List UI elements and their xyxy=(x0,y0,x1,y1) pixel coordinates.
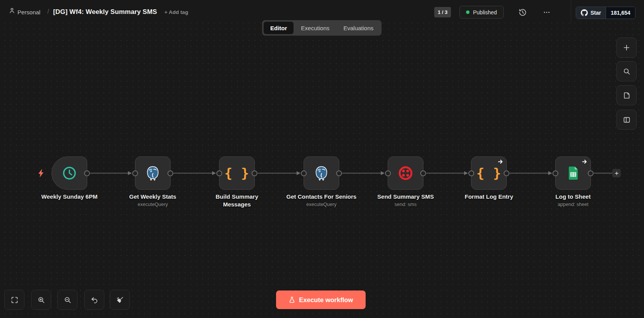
tab-executions[interactable]: Executions xyxy=(294,22,336,34)
github-star-button[interactable]: Star xyxy=(576,7,606,19)
connection-wire xyxy=(426,173,464,174)
output-port[interactable] xyxy=(252,170,257,176)
input-port[interactable] xyxy=(132,170,138,176)
input-port[interactable] xyxy=(552,170,558,176)
workflow-node-weekly-sunday-6pm[interactable]: { } xyxy=(52,156,87,190)
version-indicator: 1 / 3 xyxy=(434,7,451,17)
breadcrumb-project[interactable]: Personal xyxy=(17,9,40,15)
connection-arrowhead xyxy=(128,171,132,175)
output-port[interactable] xyxy=(84,170,90,176)
zoom-out-button[interactable] xyxy=(57,290,78,310)
user-icon xyxy=(9,7,16,14)
tab-editor[interactable]: Editor xyxy=(264,22,294,34)
connection-arrowhead xyxy=(464,171,468,175)
output-port[interactable] xyxy=(167,170,173,176)
execute-workflow-label: Execute workflow xyxy=(299,296,353,304)
add-node-button[interactable] xyxy=(616,38,637,58)
postgres-icon xyxy=(145,165,161,181)
node-arrow-icon xyxy=(497,159,503,165)
code-braces-icon: { } xyxy=(477,167,501,180)
workflow-node-log-to-sheet[interactable]: { } xyxy=(555,156,591,190)
node-label: Build Summary Messages xyxy=(212,193,262,209)
output-port[interactable] xyxy=(588,170,594,176)
github-star-widget[interactable]: Star 181,654 xyxy=(576,7,635,19)
connection-wire xyxy=(90,173,128,174)
tidy-up-button[interactable] xyxy=(110,290,130,310)
connection-wire xyxy=(258,173,297,174)
connection-arrowhead xyxy=(381,171,385,175)
node-subtitle: executeQuery xyxy=(275,202,368,207)
published-dot-icon xyxy=(466,10,470,14)
connection-wire xyxy=(510,173,548,174)
github-star-count[interactable]: 181,654 xyxy=(606,7,635,19)
workflow-node-get-weekly-stats[interactable]: { } xyxy=(135,156,171,190)
github-logo-icon xyxy=(581,9,588,16)
output-port[interactable] xyxy=(336,170,342,176)
node-label: Weekly Sunday 6PM xyxy=(23,193,116,201)
top-bar: Personal / [DG] Wf4: Weekly Summary SMS … xyxy=(0,0,644,21)
schedule-clock-icon xyxy=(61,165,78,181)
output-port[interactable] xyxy=(504,170,509,176)
connection-wire xyxy=(594,173,612,174)
node-label: Log to Sheet xyxy=(527,193,620,201)
google-sheets-icon xyxy=(565,165,581,181)
node-label: Get Contacts For Seniors xyxy=(275,193,368,201)
tab-evaluations[interactable]: Evaluations xyxy=(337,22,380,34)
zoom-to-fit-button[interactable] xyxy=(4,290,24,310)
toggle-panel-button[interactable] xyxy=(616,110,637,130)
code-braces-icon: { } xyxy=(224,167,249,180)
add-tag-button[interactable]: + Add tag xyxy=(164,9,188,15)
connection-wire xyxy=(174,173,212,174)
workflow-node-build-summary-messages[interactable]: { } xyxy=(219,156,255,190)
postgres-icon xyxy=(313,165,330,181)
zoom-in-button[interactable] xyxy=(31,290,51,310)
sticky-note-button[interactable] xyxy=(616,85,637,105)
header-divider xyxy=(571,0,571,24)
flask-icon xyxy=(288,296,295,303)
view-tabbar: Editor Executions Evaluations xyxy=(262,20,382,36)
undo-button[interactable] xyxy=(84,290,104,310)
node-subtitle: executeQuery xyxy=(106,202,199,207)
search-nodes-button[interactable] xyxy=(616,61,637,81)
node-subtitle: append: sheet xyxy=(527,202,620,207)
input-port[interactable] xyxy=(385,170,391,176)
version-history-icon[interactable] xyxy=(517,7,528,18)
connection-arrowhead xyxy=(548,171,552,175)
trigger-bolt-icon xyxy=(38,168,44,178)
published-status-button[interactable]: Published xyxy=(459,6,504,19)
input-port[interactable] xyxy=(468,170,474,176)
twilio-icon xyxy=(397,165,414,181)
github-star-label: Star xyxy=(590,10,601,16)
input-port[interactable] xyxy=(216,170,222,176)
workflow-node-send-summary-sms[interactable]: { } xyxy=(388,156,423,190)
breadcrumb-separator: / xyxy=(47,8,49,15)
input-port[interactable] xyxy=(301,170,307,176)
connection-arrowhead xyxy=(297,171,300,175)
node-label: Format Log Entry xyxy=(442,193,535,201)
published-label: Published xyxy=(473,9,497,15)
connection-arrowhead xyxy=(212,171,216,175)
node-label: Send Summary SMS xyxy=(359,193,452,201)
workflow-title[interactable]: [DG] Wf4: Weekly Summary SMS xyxy=(53,8,157,16)
workflow-node-get-contacts-for-seniors[interactable]: { } xyxy=(304,156,339,190)
execute-workflow-button[interactable]: Execute workflow xyxy=(276,290,366,309)
node-arrow-icon xyxy=(582,159,587,165)
node-subtitle: send: sms xyxy=(359,202,452,207)
more-options-icon[interactable] xyxy=(541,7,552,18)
output-port[interactable] xyxy=(420,170,426,176)
connection-wire xyxy=(342,173,381,174)
workflow-canvas[interactable]: Personal / [DG] Wf4: Weekly Summary SMS … xyxy=(0,0,644,318)
add-connected-node-button[interactable] xyxy=(612,169,621,177)
workflow-node-format-log-entry[interactable]: { } xyxy=(471,156,507,190)
node-label: Get Weekly Stats xyxy=(106,193,199,201)
